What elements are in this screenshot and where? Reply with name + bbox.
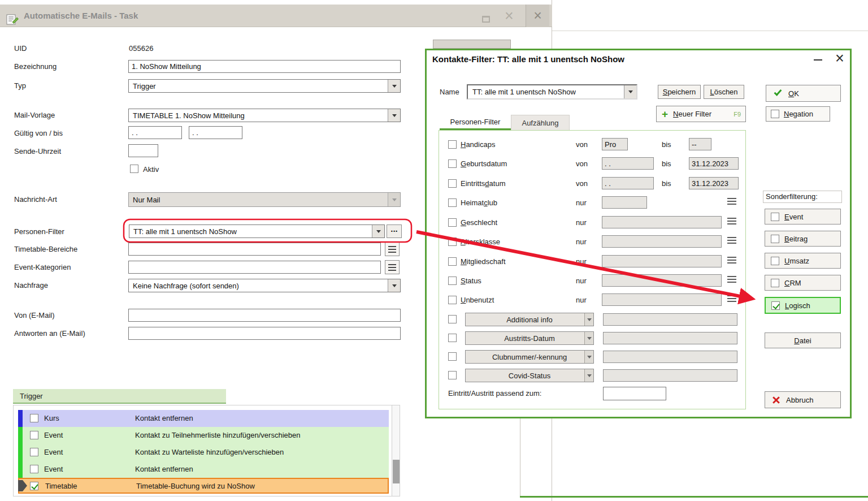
unbenutzt-checkbox[interactable] — [448, 296, 457, 304]
handicaps-bis-input[interactable] — [689, 138, 711, 150]
austritts-datum-checkbox[interactable] — [448, 334, 457, 342]
antworten-email-input[interactable] — [128, 327, 401, 340]
filter-event-button[interactable]: Event — [765, 209, 841, 224]
mitgliedschaft-checkbox[interactable] — [448, 257, 457, 266]
heimatclub-menu-button[interactable] — [727, 198, 736, 205]
abbruch-button[interactable]: Abbruch — [765, 391, 841, 408]
neuer-filter-button[interactable]: + Neuer Filter F9 — [656, 106, 746, 122]
trigger-row-checkbox[interactable] — [30, 465, 38, 473]
loeschen-button[interactable]: Löschen — [704, 85, 744, 99]
timetable-bereiche-menu-button[interactable] — [385, 242, 400, 256]
clubnummer-checkbox[interactable] — [448, 352, 457, 361]
heimatclub-input[interactable] — [602, 196, 647, 209]
dialog-minimize-button[interactable] — [810, 53, 826, 67]
mitgliedschaft-menu-button[interactable] — [727, 257, 736, 264]
sende-uhrzeit-input[interactable] — [128, 144, 158, 157]
altersklasse-input[interactable] — [602, 235, 722, 248]
austritts-datum-dropdown[interactable]: Austritts-Datum — [465, 331, 594, 345]
gueltig-von-input[interactable] — [128, 126, 182, 139]
altersklasse-checkbox[interactable] — [448, 237, 457, 246]
trigger-row-checkbox[interactable] — [30, 414, 38, 422]
geburtsdatum-bis-input[interactable] — [689, 157, 739, 170]
dialog-close-button[interactable]: × — [831, 50, 848, 67]
datei-button[interactable]: Datei — [765, 332, 841, 348]
datei-label: Datei — [794, 336, 811, 345]
trigger-row-checkbox[interactable] — [30, 482, 38, 490]
background-close-button[interactable]: × — [526, 5, 549, 27]
chevron-down-icon — [388, 279, 400, 292]
trigger-row-timetable-selected[interactable]: Timetable Timetable-Buchung wird zu NoSh… — [18, 478, 389, 494]
umsatz-checkbox[interactable] — [771, 257, 779, 265]
event-checkbox[interactable] — [771, 213, 779, 221]
covid-status-input[interactable] — [603, 369, 737, 382]
additional-info-input[interactable] — [603, 313, 737, 326]
personen-filter-select[interactable]: TT: alle mit 1 unentsch NoShow — [129, 224, 385, 238]
mail-vorlage-select[interactable]: TIMETABLE 1. NoShow Mitteilung — [128, 109, 401, 122]
trigger-row-kurs[interactable]: Kurs Kontakt entfernen — [18, 410, 389, 427]
trigger-row-event-3[interactable]: Event Kontakt entfernen — [18, 461, 389, 478]
unbenutzt-input[interactable] — [602, 293, 722, 306]
von-email-input[interactable] — [128, 309, 401, 322]
chevron-down-icon — [584, 332, 593, 344]
filter-umsatz-button[interactable]: Umsatz — [765, 253, 841, 269]
geschlecht-checkbox[interactable] — [448, 218, 457, 227]
beitrag-checkbox[interactable] — [771, 235, 779, 243]
logisch-checkbox[interactable] — [771, 301, 780, 310]
crm-checkbox[interactable] — [771, 279, 779, 287]
geschlecht-menu-button[interactable] — [727, 218, 736, 224]
filter-name-combo[interactable]: TT: alle mit 1 unentsch NoShow — [467, 84, 637, 100]
unbenutzt-menu-button[interactable] — [727, 295, 736, 302]
negation-button[interactable]: Negation — [766, 106, 830, 122]
event-kategorien-menu-button[interactable] — [385, 260, 400, 274]
nachricht-art-value: Nur Mail — [129, 196, 160, 204]
eintrittsdatum-checkbox[interactable] — [448, 179, 457, 188]
typ-select[interactable]: Trigger — [128, 79, 401, 93]
aktiv-checkbox[interactable] — [130, 165, 138, 173]
ok-button[interactable]: OK — [766, 85, 841, 102]
trigger-row-checkbox[interactable] — [30, 448, 38, 456]
geschlecht-input[interactable] — [602, 216, 722, 228]
altersklasse-menu-button[interactable] — [727, 237, 736, 244]
covid-status-dropdown[interactable]: Covid-Status — [465, 369, 594, 382]
heimatclub-checkbox[interactable] — [448, 198, 457, 207]
gueltig-bis-input[interactable] — [189, 126, 242, 139]
close-button[interactable]: × — [500, 8, 519, 25]
filter-crm-button[interactable]: CRM — [765, 275, 841, 291]
austritts-datum-input[interactable] — [603, 332, 737, 344]
tab-aufzaehlung[interactable]: Aufzählung — [511, 115, 570, 130]
eintrittsdatum-bis-input[interactable] — [689, 177, 739, 189]
eintrittsdatum-von-input[interactable] — [602, 177, 654, 189]
filter-beitrag-button[interactable]: Beitrag — [765, 231, 841, 247]
speichern-button[interactable]: Speichern — [658, 85, 701, 99]
clubnummer-input[interactable] — [603, 351, 737, 363]
negation-checkbox[interactable] — [771, 110, 779, 118]
handicaps-von-input[interactable] — [602, 138, 628, 150]
eintritt-austritt-input[interactable] — [603, 387, 666, 400]
geburtsdatum-checkbox[interactable] — [448, 159, 457, 168]
trigger-row-event-2[interactable]: Event Kontakt zu Warteliste hinzufügen/v… — [18, 444, 389, 461]
status-input[interactable] — [602, 274, 722, 287]
trigger-list-scrollbar[interactable] — [392, 405, 400, 496]
scrollbar-thumb[interactable] — [393, 460, 400, 483]
filter-logisch-button[interactable]: Logisch — [765, 297, 841, 314]
bezeichnung-input[interactable] — [128, 60, 401, 73]
trigger-row-checkbox[interactable] — [30, 431, 38, 439]
covid-status-checkbox[interactable] — [448, 371, 457, 379]
event-kategorien-input[interactable] — [128, 261, 381, 274]
status-checkbox[interactable] — [448, 277, 457, 285]
additional-info-dropdown[interactable]: Additional info — [465, 313, 594, 326]
main-window-titlebar[interactable]: Automatische E-Mails - Task × — [0, 5, 552, 27]
timetable-bereiche-input[interactable] — [128, 243, 381, 256]
geburtsdatum-von-input[interactable] — [602, 157, 654, 170]
clubnummer-dropdown[interactable]: Clubnummer/-kennung — [465, 350, 594, 364]
trigger-row-event-1[interactable]: Event Kontakt zu Teilnehmerliste hinzufü… — [18, 427, 389, 444]
tab-personen-filter[interactable]: Personen-Filter — [440, 115, 511, 130]
personen-filter-more-button[interactable]: ... — [387, 224, 402, 238]
status-menu-button[interactable] — [727, 276, 736, 283]
nachfrage-select[interactable]: Keine Nachfrage (sofort senden) — [128, 279, 401, 292]
mitgliedschaft-input[interactable] — [602, 255, 722, 267]
handicaps-checkbox[interactable] — [448, 140, 457, 149]
heimatclub-label: Heimatclub — [461, 198, 497, 208]
maximize-button[interactable] — [478, 12, 494, 26]
additional-info-checkbox[interactable] — [448, 315, 457, 323]
